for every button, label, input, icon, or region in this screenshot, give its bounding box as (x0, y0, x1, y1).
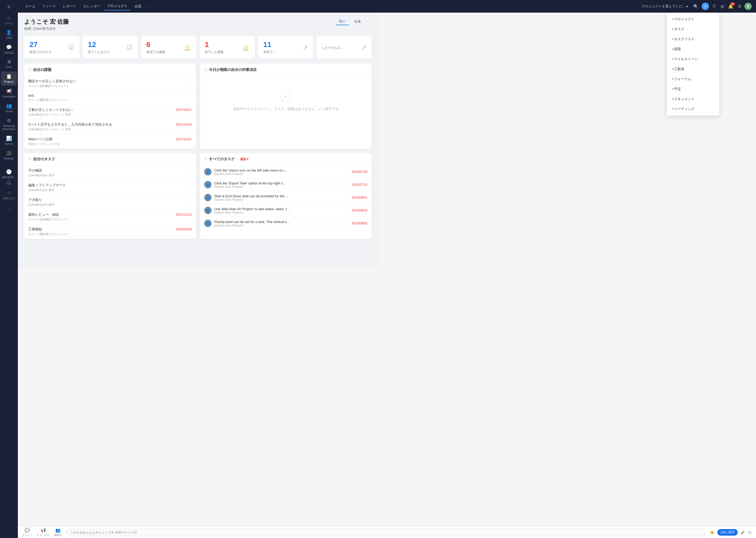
task-project: Zylker製品サポートチケット管理 (28, 113, 192, 117)
drag-handle-tasks[interactable]: ⠿ (28, 157, 31, 161)
task-item[interactable]: 編集ソフトアップデート - Zylker株式会社 案件 (24, 180, 196, 195)
sidebar-menu-icon[interactable]: ☰ (4, 2, 14, 12)
sidebar-label-salesiq: SalesIQ (4, 51, 14, 54)
drag-handle-all[interactable]: ⠿ (204, 157, 207, 161)
stat-icon-complete-milestones: ↗ (361, 44, 366, 51)
task-name: アポ取り (28, 197, 191, 202)
stat-card-complete-tasks[interactable]: 12 完了したタスク ☑ (83, 36, 138, 59)
sidebar: ☰ ⌂ ホーム 👤 CRM 💬 SalesIQ 🖥 Desk 📋 Project… (0, 0, 18, 269)
nav-item-meeting[interactable]: 会議 (131, 2, 144, 10)
home-icon: ⌂ (8, 15, 11, 21)
task-avatar: 👤 (204, 181, 212, 188)
task-item[interactable]: 2バイト文字を入力すると、入力内容が全て消去される 2022/10/28 Zyl… (24, 120, 196, 134)
nav-item-home[interactable]: ホーム (22, 2, 39, 10)
campaigns-icon: 📢 (6, 88, 12, 94)
sidebar-label-recent: 最近使用した 項目 (2, 176, 16, 185)
my-issues-header: ⠿ 自分の課題 (24, 64, 196, 76)
sidebar-item-home[interactable]: ⌂ ホーム (1, 13, 17, 27)
task-item[interactable]: 工数が正しくセットされない 2022/10/21 Zylker製品サポートチケッ… (24, 105, 196, 120)
all-task-item[interactable]: 👤 Priority level can be set for a task. … (200, 217, 372, 230)
stat-icon-complete-issues: 🔔 (242, 44, 250, 51)
my-issues-list: 翻訳キーが正しく反映されない - サービス資料翻訳プロジェクト test - オ… (24, 76, 196, 149)
all-task-name: Click the 'Export Task' option at the to… (214, 181, 349, 185)
all-tasks-title: すべてのタスク (209, 157, 235, 162)
sidebar-label-favorites: お気に入り (2, 197, 16, 200)
drag-handle[interactable]: ⠿ (28, 68, 31, 72)
sidebar-item-campaigns[interactable]: 📢 Campaigns (1, 86, 17, 100)
sidebar-item-survey[interactable]: 📊 Survey (1, 134, 17, 148)
task-item[interactable]: 尺の確認 - Zylker株式会社 案件 (24, 166, 196, 180)
sidebar-divider (4, 164, 14, 165)
all-task-item[interactable]: 👤 Click the 'Users' icon on the left-sid… (200, 166, 372, 178)
sidebar-label-projects: Projects (4, 81, 14, 83)
sidebar-item-crm[interactable]: 👤 CRM (1, 27, 17, 42)
stat-number-incomplete-issues: 6 (146, 40, 165, 49)
stat-card-incomplete-issues[interactable]: 6 未完了の課題 🔔 (141, 36, 196, 59)
task-avatar: 👤 (204, 168, 212, 176)
nav-item-more[interactable]: ··· (145, 3, 154, 10)
all-tasks-list: 👤 Click the 'Users' icon on the left-sid… (200, 166, 372, 230)
all-task-sub: Explore Zoho Projects! (214, 224, 349, 227)
my-issues-section: ⠿ 自分の課題 翻訳キーが正しく反映されない - サービス資料翻訳プロジェクト … (24, 64, 196, 149)
breadcrumb-arrow: › (237, 157, 238, 161)
sidebar-label-survey: Survey (5, 142, 13, 145)
all-task-item[interactable]: 👤 Use 'Mail Alias for Project' to add st… (200, 204, 372, 217)
stat-card-incomplete-tasks[interactable]: 27 未完了のタスク ☑ (24, 36, 79, 59)
all-task-item[interactable]: 👤 Start & End (Due) date can be provided… (200, 191, 372, 204)
sidebar-label-social: Social (5, 110, 12, 113)
sidebar-more[interactable]: ··· (1, 205, 17, 214)
task-item[interactable]: 翻訳キーが正しく反映されない - サービス資料翻訳プロジェクト (24, 76, 196, 91)
all-task-date: 2019/08/01 (352, 196, 367, 199)
task-name: 工数が正しくセットされない (28, 107, 176, 112)
nav-item-calendar[interactable]: カレンダー (80, 2, 103, 10)
my-tasks-header: ⠿ 自分のタスク (24, 153, 196, 166)
all-task-item[interactable]: 👤 Click the 'Export Task' option at the … (200, 178, 372, 191)
view-personal-tab[interactable]: 個人 (336, 18, 349, 25)
my-tasks-list: 尺の確認 - Zylker株式会社 案件 編集ソフトアップデート - Zylke… (24, 166, 196, 239)
task-item[interactable]: 最終レビュー、納品 2022/11/19 サービス資料翻訳プロジェクト (24, 210, 196, 224)
sidebar-item-salesiq[interactable]: 💬 SalesIQ (1, 42, 17, 56)
delay-badge[interactable]: 遅延 ▾ (240, 157, 248, 162)
main-content: ようこそ 宏 佐藤 組織: Zylker株式会社 個人 全体 ··· 27 未完… (18, 13, 378, 269)
topnav: ホームフィードレポートカレンダープロジェクト会議··· プロジェクトを選んでくだ… (18, 0, 378, 13)
task-name: 工事開始 (28, 227, 176, 232)
sidebar-item-webinar[interactable]: 🎥 Webinar (1, 148, 17, 162)
sidebar-label-home: ホーム (5, 22, 13, 25)
stat-card-incomplete-milestones[interactable]: 11 未完了... ↗ (258, 36, 313, 59)
stat-card-complete-issues[interactable]: 1 完了した課題 🔔 (200, 36, 255, 59)
all-task-name: Start & End (Due) date can be provided f… (214, 194, 349, 198)
sidebar-item-favorites[interactable]: ☆ お気に入り (1, 188, 17, 202)
task-avatar: 👤 (204, 207, 212, 214)
sidebar-item-social[interactable]: 👥 Social (1, 101, 17, 115)
today-due-title: 今日が期限の自分の作業項目 (209, 68, 257, 72)
stat-label-complete-milestones: したマイルス... (321, 46, 343, 50)
drag-handle-today[interactable]: ⠿ (204, 68, 207, 72)
task-project: Zylker株式会社 案件 (28, 188, 192, 192)
task-item[interactable]: Webページ公開 2022/10/31 Webページリニューアル (24, 134, 196, 149)
more-options-icon[interactable]: ··· (366, 18, 372, 25)
nav-item-projects[interactable]: プロジェクト (104, 2, 131, 11)
recent-icon: 🕐 (6, 169, 12, 175)
today-add-button[interactable]: + (281, 92, 291, 102)
all-task-sub: Explore Zoho Projects! (214, 198, 349, 201)
my-tasks-section: ⠿ 自分のタスク 尺の確認 - Zylker株式会社 案件 編集ソフトアップデー… (24, 153, 196, 239)
task-item[interactable]: アポ取り - Zylker株式会社 案件 (24, 195, 196, 210)
sidebar-item-recent[interactable]: 🕐 最近使用した 項目 (1, 167, 17, 187)
view-all-tab[interactable]: 全体 (351, 18, 364, 25)
nav-item-report[interactable]: レポート (60, 2, 79, 10)
task-name: test (28, 93, 191, 97)
stat-label-incomplete-tasks: 未完了のタスク (29, 50, 51, 54)
task-project: Zylker株式会社 案件 (28, 173, 192, 177)
task-name: 2バイト文字を入力すると、入力内容が全て消去される (28, 122, 176, 127)
task-project: サービス資料翻訳プロジェクト (28, 84, 192, 88)
stat-number-incomplete-milestones: 11 (263, 40, 275, 49)
stat-card-complete-milestones[interactable]: したマイルス... ↗ (316, 36, 372, 59)
nav-item-feed[interactable]: フィード (39, 2, 59, 10)
sidebar-item-marketing-automation[interactable]: ⚙ Marketing Automation (1, 116, 17, 133)
task-name: 最終レビュー、納品 (28, 212, 176, 217)
sidebar-label-crm: CRM (6, 36, 12, 40)
task-item[interactable]: test - オフィス機器導入プロジェクト (24, 91, 196, 105)
sidebar-item-projects[interactable]: 📋 Projects (1, 72, 17, 86)
sidebar-item-desk[interactable]: 🖥 Desk (1, 57, 17, 71)
task-item[interactable]: 工事開始 2023/03/26 オフィス機器導入プロジェクト (24, 224, 196, 239)
